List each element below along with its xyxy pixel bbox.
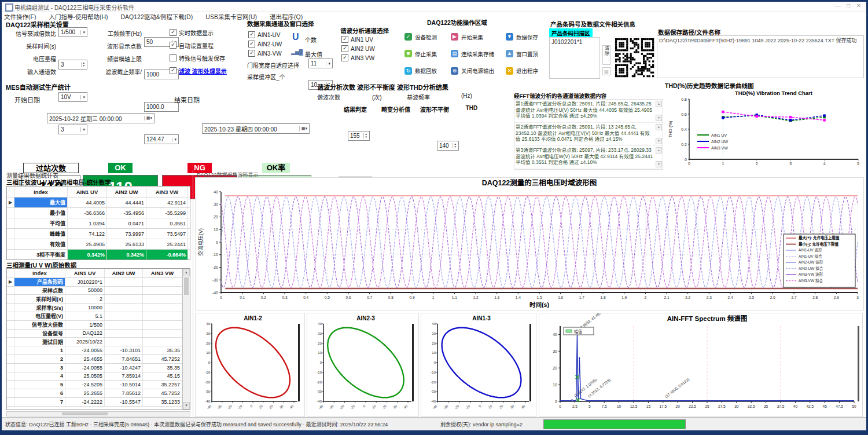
- svg-text:0: 0: [249, 404, 253, 408]
- table-row[interactable]: 有效值25.490525.613325.2441: [7, 239, 190, 250]
- scroll-up-icon[interactable]: ▲: [656, 147, 662, 153]
- menu-item-2[interactable]: DAQ122驱动&例程下载(D): [121, 13, 193, 20]
- op-button-5[interactable]: ▲窗口置顶: [506, 50, 549, 58]
- acq-check-2[interactable]: 特殊信号触发保存: [170, 54, 246, 62]
- window-bottom-border: [2, 430, 866, 433]
- acq-field-spin[interactable]: 3▲▼: [58, 60, 87, 70]
- scroll-down-icon[interactable]: ▼: [183, 402, 190, 410]
- table-row[interactable]: 测试日期2025/10/22: [7, 338, 190, 346]
- acq-field-input[interactable]: 1000.0: [144, 102, 179, 112]
- table-row[interactable]: 225.46557.8465145.7252: [7, 355, 190, 364]
- app-window: 电机绕组测试 - DAQ122三相电压采集分析软件 — □ ✕ 文件操作(F)入…: [0, 0, 868, 435]
- svg-text:-20: -20: [212, 265, 218, 269]
- table-row[interactable]: ▶产品条形码J010220*1: [7, 278, 190, 287]
- u-shape-icon: U: [292, 32, 299, 42]
- table-row[interactable]: 425.05057.8591445.15: [7, 372, 190, 381]
- harm-check-2[interactable]: ✓AIN3 VW: [341, 54, 382, 62]
- table-row[interactable]: 峰峰值74.12273.999773.5497: [7, 229, 190, 239]
- base-freq-spinner[interactable]: 140▲▼: [437, 141, 459, 151]
- acq-field-label: 滤波截止频率/: [91, 67, 142, 76]
- svg-text:AIN-FFT Spectrum 频谱图: AIN-FFT Spectrum 频谱图: [667, 315, 748, 322]
- table-row[interactable]: 采样时间(s)2: [7, 295, 190, 304]
- fft-log-area: 第1通道FFT谐波分析总点数: 25091, 片段: 245.65点, 2643…: [514, 99, 663, 170]
- svg-text:22.5: 22.5: [689, 404, 696, 408]
- table-vscrollbar[interactable]: ▲▼: [182, 269, 190, 410]
- scroll-thumb[interactable]: [184, 277, 189, 295]
- daq-check-1[interactable]: ✓AIN2-UW: [248, 40, 289, 48]
- table-row[interactable]: 7-24.2222-10.554735.1233: [7, 398, 190, 407]
- table-row[interactable]: 信号放大倍数1/500: [7, 321, 190, 330]
- value-cell: J010220*1: [65, 278, 105, 286]
- scroll-up-icon[interactable]: ▲: [656, 101, 662, 107]
- harm-check-0[interactable]: ✓AIN1 UV: [341, 35, 382, 43]
- svg-text:2.5: 2.5: [749, 295, 754, 299]
- table-row[interactable]: 平均值1.03940.04710.3551: [7, 218, 190, 229]
- table-row[interactable]: 1-24.0055-10.310135.35: [7, 346, 190, 355]
- op-button-0[interactable]: ✓设备检测: [404, 33, 451, 41]
- acq-check-1[interactable]: ✓自动设置量程: [170, 41, 246, 49]
- checkbox-icon: ✓: [248, 50, 255, 57]
- thd-title: 谐波分析次数 波形不平衡度 波形THD分析结果: [317, 82, 448, 92]
- spinner-arrows-icon: ▲▼: [453, 143, 457, 148]
- table-row[interactable]: 设备型号DAQ122: [7, 330, 190, 338]
- window-select[interactable]: 11▾: [308, 59, 333, 68]
- svg-text:40: 40: [521, 404, 526, 410]
- acq-check-0[interactable]: ✓实时数据显示: [170, 28, 246, 36]
- table-row[interactable]: 3相不平衡度0.342%0.342%-0.664%: [7, 250, 190, 260]
- op-button-8[interactable]: ✕退出程序: [506, 67, 549, 75]
- print-icon[interactable]: ▤: [602, 67, 610, 75]
- qr-code-svg: [614, 36, 654, 78]
- op-button-6[interactable]: ↻数据回放: [404, 67, 451, 75]
- table-row[interactable]: 625.26557.8561245.7252: [7, 389, 190, 398]
- table-row[interactable]: 电压量程(V)5.1: [7, 312, 190, 321]
- minimize-button[interactable]: —: [833, 2, 843, 9]
- svg-text:20: 20: [676, 404, 681, 408]
- harmonic-count-spinner[interactable]: 155▲▼: [348, 131, 370, 141]
- scroll-down-icon[interactable]: ▼: [656, 161, 662, 167]
- op-button-3[interactable]: ■停止采集: [404, 50, 451, 58]
- table-row[interactable]: ▶最大值44.400544.444142.9114: [7, 198, 190, 208]
- op-button-2[interactable]: ▼数据保存: [506, 33, 549, 41]
- value-cell: 10000: [65, 304, 105, 312]
- table-row[interactable]: 采样点数50000: [7, 287, 190, 295]
- svg-text:10: 10: [206, 351, 210, 354]
- close-button[interactable]: ✕: [854, 2, 864, 9]
- svg-text:0.3: 0.3: [282, 295, 287, 299]
- op-button-4[interactable]: ▤连续采集存储: [451, 50, 506, 58]
- table-row[interactable]: 5-24.5205-10.501435.2257: [7, 381, 190, 389]
- table-row[interactable]: 采样率(S/s)10000: [7, 304, 190, 312]
- acq-field-select[interactable]: 124.47▾: [144, 134, 179, 144]
- svg-text:AIN1 UV: AIN1 UV: [711, 133, 727, 137]
- scroll-down-icon[interactable]: ▼: [656, 138, 662, 144]
- acq-field-select[interactable]: 3▾: [58, 125, 87, 134]
- value-cell: DAQ122: [65, 330, 105, 338]
- svg-text:40: 40: [206, 322, 210, 326]
- barcode-input[interactable]: J0102201*1: [549, 37, 600, 79]
- op-button-7[interactable]: ⊗关闭电源输出: [451, 67, 506, 75]
- svg-text:-40: -40: [206, 404, 212, 410]
- daq-check-2[interactable]: ✓AIN3-VW: [248, 49, 289, 57]
- table-row[interactable]: 最小值-36.6366-35.4956-35.5299: [7, 208, 190, 218]
- svg-text:10: 10: [258, 404, 263, 410]
- op-button-1[interactable]: ▶开始采集: [451, 33, 506, 41]
- start-date-picker[interactable]: 2025-10-22 星期三 00:00:00▦▾: [47, 113, 155, 123]
- table-row[interactable]: 3-24.0055-10.424735.35: [7, 364, 190, 372]
- maximize-button[interactable]: □: [843, 2, 854, 9]
- field-value: 3: [61, 126, 79, 133]
- scroll-up-icon[interactable]: ▲: [656, 124, 662, 130]
- harm-check-1[interactable]: ✓AIN2 UW: [341, 45, 382, 53]
- value-cell: 44.4441: [107, 198, 146, 207]
- acq-check-3[interactable]: ✓滤波 波形处理显示: [170, 67, 246, 75]
- svg-text:3: 3: [789, 162, 792, 166]
- raw-table-hscrollbar[interactable]: [6, 411, 190, 416]
- svg-text:1.3: 1.3: [494, 295, 499, 299]
- barcode-clear-button[interactable]: 清除: [602, 45, 610, 65]
- daq-check-0[interactable]: ✓AIN1-UV: [248, 31, 289, 39]
- end-date-picker[interactable]: 2025-10-23 星期四 00:00:00▦▾: [202, 123, 310, 134]
- scroll-up-icon[interactable]: ▲: [183, 269, 190, 276]
- row-label-cell: 5: [14, 381, 65, 389]
- acq-field-select[interactable]: 1/500▾: [58, 27, 87, 37]
- acq-field-select[interactable]: 10V▾: [58, 92, 87, 102]
- acq-field-label: 工频频率(Hz): [91, 29, 142, 38]
- scroll-down-icon[interactable]: ▼: [656, 115, 662, 121]
